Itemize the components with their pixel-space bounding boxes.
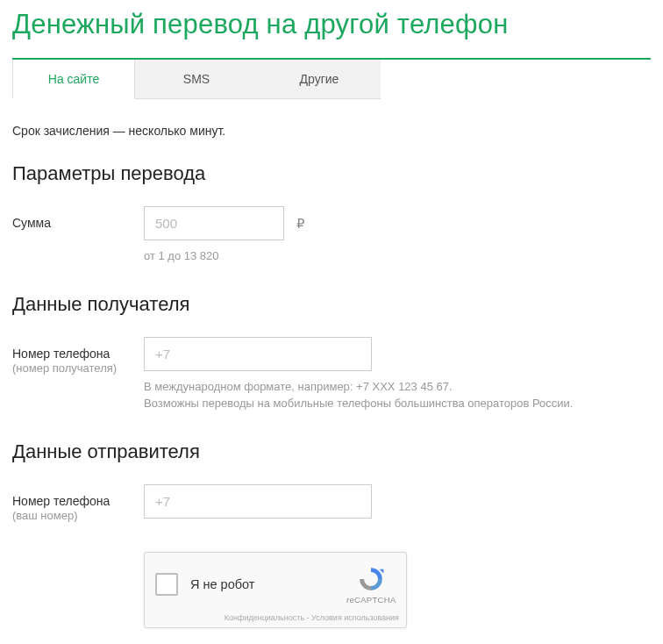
credit-time-info: Срок зачисления — несколько минут. (12, 124, 651, 138)
recaptcha-icon (357, 565, 385, 593)
tabs: На сайте SMS Другие (12, 58, 651, 99)
recaptcha-privacy-link[interactable]: Конфиденциальность (225, 613, 304, 622)
section-params-heading: Параметры перевода (12, 162, 651, 185)
sender-phone-sublabel: (ваш номер) (12, 509, 144, 524)
recipient-phone-hint-operators: Возможны переводы на мобильные телефоны … (144, 395, 651, 412)
tab-onsite[interactable]: На сайте (12, 60, 135, 99)
recaptcha-label: Я не робот (190, 577, 346, 591)
tab-sms[interactable]: SMS (135, 60, 258, 99)
recipient-phone-hint-format: В международном формате, например: +7 XX… (144, 378, 651, 396)
amount-hint: от 1 до 13 820 (144, 247, 651, 265)
amount-input[interactable] (144, 206, 284, 240)
recipient-phone-label: Номер телефона (12, 346, 144, 361)
recipient-phone-input[interactable] (144, 337, 372, 371)
section-sender-heading: Данные отправителя (12, 440, 651, 463)
recaptcha-widget: Я не робот reCAPTCHA Конфиденциальность … (144, 552, 407, 628)
sender-phone-input[interactable] (144, 484, 372, 519)
recaptcha-terms-link[interactable]: Условия использования (311, 613, 399, 622)
section-recipient-heading: Данные получателя (12, 293, 651, 316)
recaptcha-checkbox[interactable] (155, 573, 178, 596)
amount-label: Сумма (12, 206, 144, 231)
recipient-phone-sublabel: (номер получателя) (12, 361, 144, 376)
tab-other[interactable]: Другие (258, 60, 381, 99)
sender-phone-label: Номер телефона (12, 493, 144, 509)
page-title: Денежный перевод на другой телефон (12, 9, 651, 40)
currency-symbol: ₽ (296, 216, 305, 232)
recaptcha-brand: reCAPTCHA (346, 595, 396, 605)
